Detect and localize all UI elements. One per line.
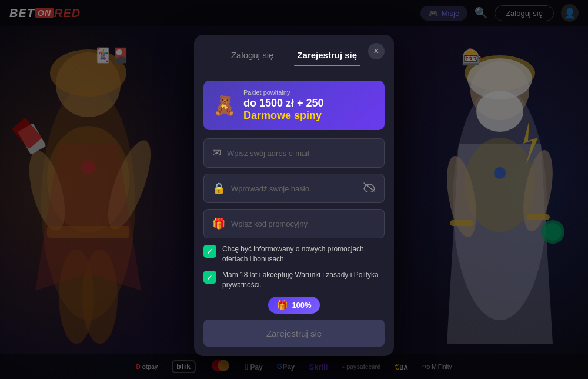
email-field-wrapper: ✉ (203, 138, 385, 168)
lock-icon: 🔒 (212, 182, 225, 195)
welcome-text: Pakiet powitalny do 1500 zł + 250 Darmow… (243, 89, 375, 122)
progress-pill: 🎁 100% (268, 297, 319, 314)
password-input[interactable] (231, 184, 357, 193)
register-modal: Zaloguj się Zarejestruj się × 🧸 Pakiet p… (194, 35, 394, 357)
progress-label: 100% (292, 301, 311, 310)
checkbox-promo[interactable]: ✓ (203, 245, 216, 258)
checkbox-promo-row: ✓ Chcę być informowany o nowych promocja… (203, 244, 385, 264)
tab-login[interactable]: Zaloguj się (219, 45, 286, 65)
progress-row: 🎁 100% (203, 297, 385, 314)
promo-field-wrapper: 🎁 (203, 209, 385, 238)
checkbox-terms[interactable]: ✓ (203, 271, 216, 284)
welcome-banner: 🧸 Pakiet powitalny do 1500 zł + 250 Darm… (203, 81, 385, 131)
modal-close-button[interactable]: × (368, 43, 385, 59)
email-input[interactable] (227, 149, 376, 158)
checkbox-terms-label: Mam 18 lat i akceptuję Warunki i zasady … (222, 270, 385, 290)
terms-suffix: . (259, 281, 261, 289)
gift-icon: 🎁 (212, 217, 225, 230)
register-button[interactable]: Zarejestruj się (203, 320, 385, 347)
welcome-spiny: Darmowe spiny (243, 109, 375, 122)
modal-tabs: Zaloguj się Zarejestruj się × (194, 35, 394, 65)
modal-overlay: Zaloguj się Zarejestruj się × 🧸 Pakiet p… (0, 0, 588, 379)
checkmark-icon: ✓ (206, 247, 213, 256)
email-icon: ✉ (212, 147, 221, 159)
password-field-wrapper: 🔒 (203, 174, 385, 203)
welcome-label: Pakiet powitalny (243, 89, 375, 96)
modal-body: 🧸 Pakiet powitalny do 1500 zł + 250 Darm… (194, 71, 394, 357)
tab-register[interactable]: Zarejestruj się (285, 45, 369, 65)
checkmark-icon-2: ✓ (206, 272, 213, 282)
terms-prefix: Mam 18 lat i akceptuję (222, 271, 295, 279)
eye-hidden-icon[interactable] (363, 182, 376, 195)
terms-middle: i (348, 271, 353, 279)
welcome-emoji: 🧸 (213, 94, 236, 117)
progress-emoji: 🎁 (276, 300, 288, 311)
welcome-amount: do 1500 zł + 250 (243, 97, 375, 110)
terms-link[interactable]: Warunki i zasady (295, 271, 348, 279)
promo-input[interactable] (231, 220, 376, 228)
checkbox-promo-label: Chcę być informowany o nowych promocjach… (222, 244, 385, 264)
checkbox-terms-row: ✓ Mam 18 lat i akceptuję Warunki i zasad… (203, 270, 385, 290)
